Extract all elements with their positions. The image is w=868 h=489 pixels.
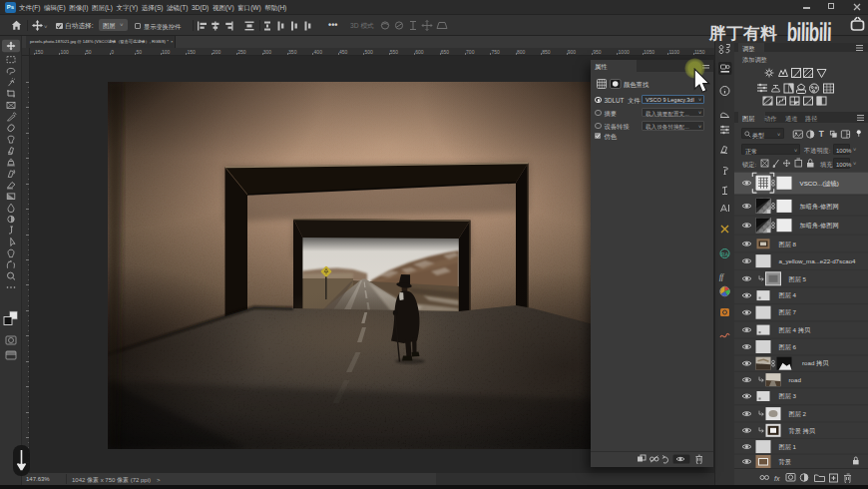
svg-text:图层 1: 图层 1 <box>779 443 797 451</box>
svg-text:RA: RA <box>721 251 729 257</box>
svg-text:图层 5: 图层 5 <box>789 275 807 283</box>
svg-text:a_yellow_ma...e22-d7scao4: a_yellow_ma...e22-d7scao4 <box>779 257 857 264</box>
svg-text:road: road <box>789 376 802 383</box>
svg-text:加暗角-修图网: 加暗角-修图网 <box>800 222 839 230</box>
svg-text:图层 8: 图层 8 <box>779 241 797 248</box>
svg-text:图层 2: 图层 2 <box>789 410 807 418</box>
svg-text:fx: fx <box>774 475 780 482</box>
svg-text:ff: ff <box>719 272 724 281</box>
svg-text:图层 3: 图层 3 <box>779 392 797 400</box>
svg-text:图层 7: 图层 7 <box>779 308 797 316</box>
svg-text:图层 4: 图层 4 <box>779 291 797 299</box>
svg-text:背景: 背景 <box>779 458 791 465</box>
svg-text:图层 6: 图层 6 <box>779 343 797 351</box>
svg-text:road 拷贝: road 拷贝 <box>802 359 829 367</box>
svg-text:VSCO...(滤镜): VSCO...(滤镜) <box>800 180 839 188</box>
svg-text:背景 拷贝: 背景 拷贝 <box>789 427 816 435</box>
svg-text:加暗角-修图网: 加暗角-修图网 <box>800 203 839 211</box>
svg-text:图层 4 拷贝: 图层 4 拷贝 <box>779 326 811 334</box>
